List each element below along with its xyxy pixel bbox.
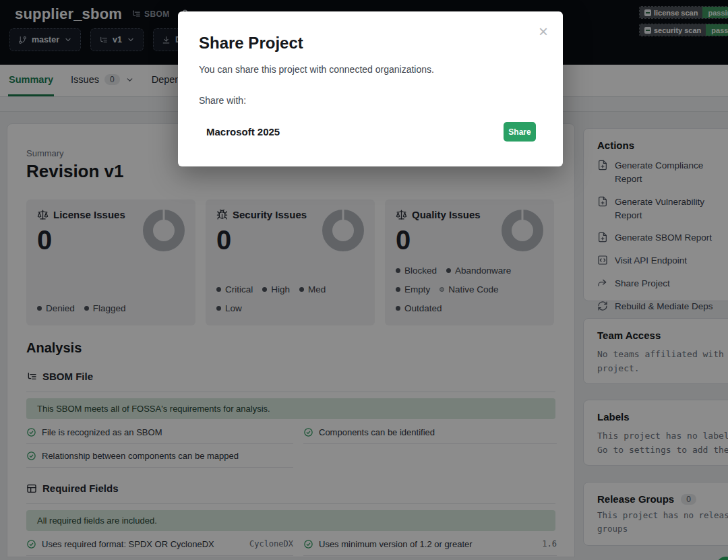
organization-row: Macrosoft 2025 Share <box>199 122 542 142</box>
organization-name: Macrosoft 2025 <box>206 126 280 137</box>
share-button[interactable]: Share <box>504 122 536 142</box>
close-icon[interactable]: × <box>539 24 548 40</box>
fossa-project-page: supplier_sbom SBOM master <box>0 0 728 560</box>
modal-description: You can share this project with connecte… <box>199 64 542 75</box>
share-project-modal: × Share Project You can share this proje… <box>178 11 563 166</box>
modal-title: Share Project <box>199 34 542 53</box>
share-with-label: Share with: <box>199 95 542 106</box>
